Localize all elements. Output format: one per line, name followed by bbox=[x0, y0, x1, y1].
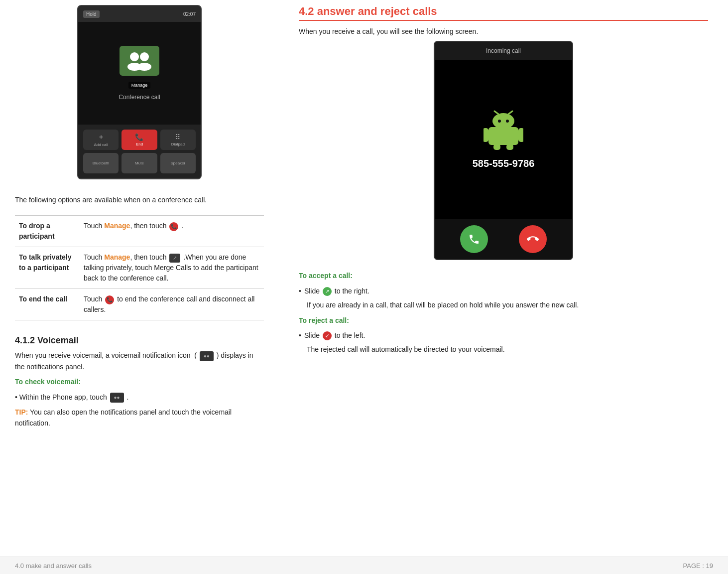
slide-right-icon: ↗ bbox=[323, 287, 332, 296]
svg-point-0 bbox=[130, 52, 139, 61]
dialpad-label: Dialpad bbox=[171, 142, 185, 146]
mute-label: Mute bbox=[135, 161, 144, 165]
action-label: To end the call bbox=[15, 289, 80, 320]
caller-number: 585-555-9786 bbox=[473, 158, 535, 169]
manage-link-2: Manage bbox=[104, 253, 130, 261]
action-description: Touch Manage, then touch 📞 . bbox=[80, 216, 264, 247]
phone-content: Manage Conference call bbox=[78, 22, 201, 125]
footer-chapter: 4.0 make and answer calls bbox=[15, 562, 92, 570]
footer-page: PAGE : 19 bbox=[683, 562, 713, 570]
voicemail-body: When you receive voicemail, a voicemail … bbox=[15, 350, 264, 372]
right-column: 4.2 answer and reject calls When you rec… bbox=[279, 0, 728, 574]
accept-indented: If you are already in a call, that call … bbox=[307, 299, 708, 310]
reject-heading: To reject a call: bbox=[299, 316, 349, 324]
check-voicemail-label: To check voicemail: bbox=[15, 376, 264, 387]
left-column: Hold 02:07 Manage Conference call bbox=[0, 0, 279, 574]
svg-point-5 bbox=[492, 113, 514, 129]
svg-rect-12 bbox=[493, 144, 500, 150]
accept-call-button[interactable] bbox=[460, 225, 488, 253]
table-row: To drop aparticipant Touch Manage, then … bbox=[15, 216, 264, 247]
svg-line-8 bbox=[494, 111, 498, 114]
answer-reject-heading: 4.2 answer and reject calls bbox=[299, 5, 708, 21]
incoming-phone-screenshot: Incoming call bbox=[434, 41, 573, 260]
intro-text: The following options are available when… bbox=[15, 194, 264, 205]
slide-left-icon: ↙ bbox=[323, 331, 332, 340]
drop-icon: 📞 bbox=[169, 222, 178, 231]
svg-rect-13 bbox=[506, 144, 513, 150]
phone-buttons: ＋ Add call 📞 End ⠿ Dialpad Bluetooth Mut… bbox=[78, 125, 201, 178]
mute-btn[interactable]: Mute bbox=[121, 153, 157, 173]
end-call-btn[interactable]: 📞 End bbox=[121, 130, 157, 150]
voicemail-app-icon: ●● bbox=[110, 393, 124, 403]
android-logo bbox=[484, 110, 523, 150]
speaker-btn[interactable]: Speaker bbox=[160, 153, 196, 173]
conference-label: Conference call bbox=[119, 94, 160, 101]
speaker-label: Speaker bbox=[170, 161, 185, 165]
phone-reject-icon bbox=[527, 233, 539, 245]
people-icon bbox=[124, 50, 154, 72]
incoming-content: 585-555-9786 bbox=[435, 60, 572, 219]
conference-phone-screenshot: Hold 02:07 Manage Conference call bbox=[77, 5, 202, 179]
add-call-btn[interactable]: ＋ Add call bbox=[83, 130, 119, 150]
page-container: Hold 02:07 Manage Conference call bbox=[0, 0, 728, 574]
table-row: To end the call Touch 📞 to end the confe… bbox=[15, 289, 264, 320]
reject-call-button[interactable] bbox=[519, 225, 547, 253]
dialpad-btn[interactable]: ⠿ Dialpad bbox=[160, 130, 196, 150]
end-label: End bbox=[136, 142, 143, 146]
manage-badge: Manage bbox=[128, 82, 151, 89]
conference-icon bbox=[120, 46, 159, 76]
answer-reject-intro: When you receive a call, you will see th… bbox=[299, 26, 708, 37]
accept-text: Slide ↗ to the right. bbox=[304, 286, 369, 296]
action-label: To drop aparticipant bbox=[15, 216, 80, 247]
accept-label: To accept a call: bbox=[299, 270, 708, 281]
reject-bullet: Slide ↙ to the left. bbox=[299, 330, 708, 341]
voicemail-notification-icon: ●● bbox=[200, 351, 214, 361]
incoming-actions bbox=[435, 219, 572, 259]
bluetooth-label: Bluetooth bbox=[93, 161, 110, 165]
plus-icon: ＋ bbox=[98, 133, 105, 142]
phone-accept-icon bbox=[468, 233, 480, 245]
check-label: To check voicemail: bbox=[15, 378, 81, 386]
action-label: To talk privatelyto a participant bbox=[15, 247, 80, 289]
options-table: To drop aparticipant Touch Manage, then … bbox=[15, 215, 264, 320]
tip-label: TIP: bbox=[15, 408, 28, 416]
manage-link-1: Manage bbox=[104, 222, 130, 230]
accept-heading: To accept a call: bbox=[299, 272, 353, 280]
end-icon: 📞 bbox=[135, 133, 143, 141]
svg-point-6 bbox=[498, 120, 501, 123]
action-description: Touch Manage, then touch ↗ .When you are… bbox=[80, 247, 264, 289]
incoming-top-bar: Incoming call bbox=[435, 42, 572, 60]
tip-text: TIP: You can also open the notifications… bbox=[15, 407, 264, 429]
svg-point-1 bbox=[140, 52, 149, 61]
accept-bullet: Slide ↗ to the right. bbox=[299, 286, 708, 296]
end-call-icon: 📞 bbox=[105, 295, 114, 304]
svg-rect-10 bbox=[484, 128, 488, 142]
footer: 4.0 make and answer calls PAGE : 19 bbox=[0, 557, 728, 574]
check-voicemail-text: • Within the Phone app, touch ●● . bbox=[15, 392, 264, 403]
reject-label: To reject a call: bbox=[299, 315, 708, 326]
dialpad-icon: ⠿ bbox=[175, 133, 180, 141]
table-row: To talk privatelyto a participant Touch … bbox=[15, 247, 264, 289]
reject-text: Slide ↙ to the left. bbox=[304, 330, 365, 341]
reject-indented: The rejected call will automatically be … bbox=[307, 344, 708, 355]
svg-point-7 bbox=[506, 120, 509, 123]
phone-top-bar: Hold 02:07 bbox=[78, 6, 201, 22]
add-call-label: Add call bbox=[94, 143, 108, 147]
action-description: Touch 📞 to end the conference call and d… bbox=[80, 289, 264, 320]
call-timer: 02:07 bbox=[183, 11, 196, 17]
svg-rect-4 bbox=[488, 127, 518, 145]
merge-icon: ↗ bbox=[169, 254, 180, 263]
svg-line-9 bbox=[508, 111, 512, 114]
voicemail-heading: 4.1.2 Voicemail bbox=[15, 335, 264, 346]
svg-point-3 bbox=[137, 63, 151, 71]
hold-button: Hold bbox=[83, 10, 100, 18]
svg-rect-11 bbox=[518, 128, 523, 142]
bluetooth-btn[interactable]: Bluetooth bbox=[83, 153, 119, 173]
incoming-call-label: Incoming call bbox=[486, 47, 521, 54]
